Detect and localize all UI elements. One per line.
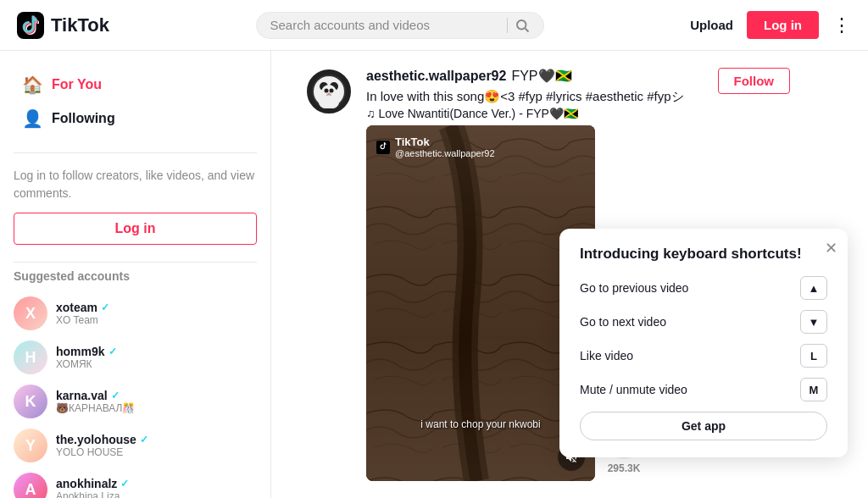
video-caption-overlay: i want to chop your nkwobi bbox=[420, 418, 540, 430]
follow-button[interactable]: Follow bbox=[718, 68, 791, 94]
following-icon: 👤 bbox=[22, 108, 43, 129]
logo-text: TikTok bbox=[51, 14, 109, 36]
account-info: karna.val ✓ 🐻КАРНАВАЛ🎊 bbox=[56, 389, 135, 414]
video-user-avatar[interactable] bbox=[305, 68, 353, 115]
shortcut-key-mute: M bbox=[800, 378, 827, 401]
popup-title: Introducing keyboard shortcuts! bbox=[580, 246, 827, 263]
account-username: anokhinalz ✓ bbox=[56, 477, 129, 490]
logo-area: TikTok bbox=[17, 12, 109, 39]
search-input[interactable] bbox=[270, 18, 500, 32]
video-account-overlay: @aesthetic.wallpaper92 bbox=[395, 148, 495, 158]
shortcut-row-prev: Go to previous video ▲ bbox=[580, 276, 827, 300]
sidebar-label-for-you: For You bbox=[52, 77, 102, 92]
video-tiktok-text: TikTok bbox=[395, 136, 495, 148]
popup-close-button[interactable]: ✕ bbox=[825, 239, 837, 257]
avatar-icon bbox=[312, 75, 346, 108]
search-bar[interactable] bbox=[256, 12, 544, 39]
account-username: the.yolohouse ✓ bbox=[56, 433, 148, 446]
sidebar-item-for-you[interactable]: 🏠 For You bbox=[14, 68, 257, 102]
account-display: YOLO HOUSE bbox=[56, 446, 148, 458]
avatar: X bbox=[14, 296, 47, 330]
account-display: ХОМЯК bbox=[56, 358, 117, 370]
shortcut-row-next: Go to next video ▼ bbox=[580, 310, 827, 334]
search-divider bbox=[507, 18, 508, 33]
svg-rect-19 bbox=[376, 141, 390, 154]
nav-divider bbox=[14, 152, 257, 153]
shortcuts-popup: ✕ Introducing keyboard shortcuts! Go to … bbox=[559, 229, 848, 457]
avatar: K bbox=[14, 385, 47, 418]
more-options-icon[interactable]: ⋮ bbox=[832, 14, 851, 36]
video-tiktok-icon bbox=[376, 141, 390, 154]
avatar: A bbox=[14, 473, 47, 498]
share-count: 295.3K bbox=[608, 462, 641, 474]
verified-icon: ✓ bbox=[101, 302, 109, 313]
shortcut-key-prev: ▲ bbox=[800, 276, 827, 300]
video-caption: In love with this song😍<3 #fyp #lyrics #… bbox=[366, 87, 684, 105]
login-button[interactable]: Log in bbox=[747, 11, 819, 39]
suggested-title: Suggested accounts bbox=[14, 269, 257, 283]
account-info: the.yolohouse ✓ YOLO HOUSE bbox=[56, 433, 148, 458]
sidebar-label-following: Following bbox=[52, 111, 115, 126]
video-music[interactable]: ♫ Love Nwantiti(Dance Ver.) - FYP🖤🇯🇲 bbox=[366, 107, 684, 120]
avatar: H bbox=[14, 340, 47, 374]
list-item[interactable]: K karna.val ✓ 🐻КАРНАВАЛ🎊 bbox=[14, 379, 257, 423]
account-username: xoteam ✓ bbox=[56, 301, 109, 314]
get-app-button[interactable]: Get app bbox=[580, 412, 827, 440]
header: TikTok Upload Log in ⋮ bbox=[0, 0, 868, 51]
list-item[interactable]: H homm9k ✓ ХОМЯК bbox=[14, 335, 257, 379]
account-username: homm9k ✓ bbox=[56, 345, 117, 358]
home-icon: 🏠 bbox=[22, 75, 43, 95]
suggested-accounts-list: X xoteam ✓ XO Team H homm9k ✓ ХОМЯК bbox=[14, 291, 257, 498]
upload-button[interactable]: Upload bbox=[690, 18, 733, 32]
sidebar-login-button[interactable]: Log in bbox=[14, 213, 257, 245]
account-display: Anokhina Liza bbox=[56, 490, 129, 498]
sidebar-item-following[interactable]: 👤 Following bbox=[14, 102, 257, 136]
shortcut-label-mute: Mute / unmute video bbox=[580, 383, 687, 396]
avatar: Y bbox=[14, 429, 47, 462]
verified-icon: ✓ bbox=[111, 390, 120, 401]
svg-line-2 bbox=[525, 28, 528, 31]
video-logo-overlay: TikTok @aesthetic.wallpaper92 bbox=[376, 136, 495, 158]
account-info: homm9k ✓ ХОМЯК bbox=[56, 345, 117, 370]
nav-divider-2 bbox=[14, 262, 257, 263]
video-username-tag: FYP🖤🇯🇲 bbox=[511, 68, 571, 84]
verified-icon: ✓ bbox=[108, 346, 117, 357]
video-user-info: aesthetic.wallpaper92 FYP🖤🇯🇲 In love wit… bbox=[366, 68, 684, 120]
list-item[interactable]: Y the.yolohouse ✓ YOLO HOUSE bbox=[14, 423, 257, 468]
account-display: 🐻КАРНАВАЛ🎊 bbox=[56, 402, 135, 414]
shortcut-row-like: Like video L bbox=[580, 344, 827, 368]
account-info: xoteam ✓ XO Team bbox=[56, 301, 109, 326]
list-item[interactable]: X xoteam ✓ XO Team bbox=[14, 291, 257, 335]
svg-point-12 bbox=[330, 89, 334, 93]
account-display: XO Team bbox=[56, 314, 109, 326]
sidebar-nav: 🏠 For You 👤 Following bbox=[14, 68, 257, 136]
shortcut-row-mute: Mute / unmute video M bbox=[580, 378, 827, 401]
shortcut-label-like: Like video bbox=[580, 349, 633, 362]
search-icon bbox=[515, 18, 530, 33]
header-right: Upload Log in ⋮ bbox=[690, 11, 851, 39]
svg-point-11 bbox=[325, 89, 329, 93]
video-username[interactable]: aesthetic.wallpaper92 FYP🖤🇯🇲 bbox=[366, 68, 684, 84]
account-username: karna.val ✓ bbox=[56, 389, 135, 402]
list-item[interactable]: A anokhinalz ✓ Anokhina Liza bbox=[14, 468, 257, 498]
shortcut-key-next: ▼ bbox=[800, 310, 827, 334]
svg-point-10 bbox=[321, 85, 337, 100]
verified-icon: ✓ bbox=[120, 478, 129, 490]
account-info: anokhinalz ✓ Anokhina Liza bbox=[56, 477, 129, 498]
shortcut-key-like: L bbox=[800, 344, 827, 368]
shortcut-label-prev: Go to previous video bbox=[580, 281, 688, 295]
tiktok-logo-icon bbox=[17, 12, 44, 39]
video-header: aesthetic.wallpaper92 FYP🖤🇯🇲 In love wit… bbox=[366, 68, 790, 120]
login-prompt: Log in to follow creators, like videos, … bbox=[14, 167, 257, 202]
svg-point-1 bbox=[517, 20, 526, 30]
verified-icon: ✓ bbox=[140, 434, 148, 445]
sidebar: 🏠 For You 👤 Following Log in to follow c… bbox=[0, 51, 271, 498]
shortcut-label-next: Go to next video bbox=[580, 315, 666, 329]
